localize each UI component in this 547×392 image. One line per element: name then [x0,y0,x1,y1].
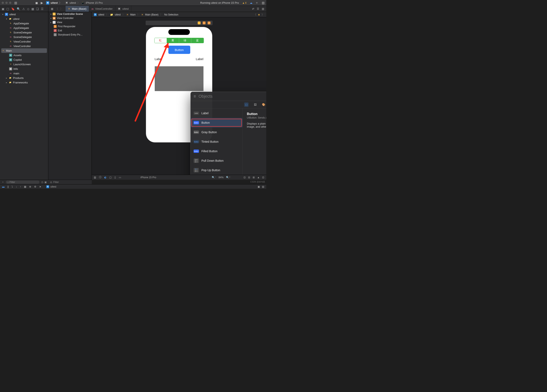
forward-icon[interactable]: 〉 [60,7,63,11]
filter-icon[interactable]: ◎ [50,181,52,184]
zoom-in-icon[interactable]: 🔍⁺ [226,176,230,179]
tab-main[interactable]: ✕ Main (Base) [66,6,89,12]
first-responder-dock-icon[interactable]: 1 [203,21,205,24]
related-items-icon[interactable]: ▦ [51,7,53,10]
orientation-icon[interactable]: ▢ [109,176,112,179]
cloud-status-icon[interactable]: ☁ [250,1,253,4]
segment[interactable]: 蓝 [191,38,204,43]
library-add-icon[interactable]: ＋ [255,1,258,5]
prev-issue-icon[interactable]: 〈 [254,13,256,17]
console-view-icon[interactable]: ▤ [262,185,264,188]
outline-row[interactable]: ▸View [48,20,91,24]
scheme-selector[interactable]: ⌘ uitest 〉 [46,1,62,5]
segment[interactable]: 绿 [179,38,191,43]
variables-view-icon[interactable]: ▣ [258,185,260,188]
find-navigator-icon[interactable]: 🔍 [17,7,20,11]
tree-row[interactable]: ▤Assets [0,53,48,57]
segment[interactable]: 黄 [167,38,179,43]
outline-row[interactable]: →Storyboard Entry Po… [48,33,91,37]
device-config-icon[interactable]: ▭ [119,176,121,179]
memory-graph-icon[interactable]: ⊕ [29,185,31,188]
env-overrides-icon[interactable]: ⚙ [34,185,36,188]
outline-row[interactable]: 1First Responder [48,24,91,28]
source-control-navigator-icon[interactable]: ▢ [7,7,9,11]
zoom-level[interactable]: 84% [219,176,224,179]
library-item-gray-button[interactable]: ButtonGray Button [191,128,243,137]
stop-button[interactable]: ◼ [35,1,38,5]
window-traffic-lights[interactable] [2,2,11,4]
objects-category-icon[interactable]: ◻ [244,102,248,107]
zoom-out-icon[interactable]: 🔍⁻ [212,176,216,179]
tree-row[interactable]: mmain [0,71,48,76]
segmented-control[interactable]: 红 黄 绿 蓝 [154,38,204,43]
tree-row[interactable]: hAppDelegate [0,21,48,26]
recent-filter-icon[interactable]: ◷ [41,181,43,184]
scm-filter-icon[interactable]: ▣ [44,181,47,184]
outline-row[interactable]: ⏎Exit [48,28,91,33]
outline-toggle-icon[interactable]: ▥ [94,176,96,179]
back-icon[interactable]: 〈 [55,7,58,11]
debug-process[interactable]: ⌘ uitest [46,185,56,188]
tree-row[interactable]: mViewController [0,44,48,48]
hide-debug-icon[interactable]: ▬ [2,185,5,188]
tree-row[interactable]: ▸📁Products [0,76,48,80]
constraints-icon-3[interactable]: ⊞ [253,176,255,179]
next-issue-icon[interactable]: 〉 [261,13,264,17]
ui-label[interactable]: Label [196,57,204,61]
report-navigator-icon[interactable]: ☰ [41,7,44,11]
add-icon[interactable]: ＋ [2,180,4,184]
debug-view-icon[interactable]: ▦ [24,185,26,188]
run-button[interactable]: ▶ [41,1,43,5]
add-editor-icon[interactable]: ▥ [262,7,264,10]
filter-placeholder[interactable]: Filter [53,181,90,184]
constraints-icon-1[interactable]: ⊡ [244,176,246,179]
bookmark-navigator-icon[interactable]: 🔖 [11,7,15,11]
pause-icon[interactable]: ‖ [7,185,9,188]
library-item-filled-button[interactable]: ButtonFilled Button [191,146,243,156]
ui-view[interactable] [155,66,204,91]
tree-row-selected[interactable]: ✕Main [1,48,47,53]
tree-row[interactable]: ▾📁uitest [0,17,48,21]
crumb-item[interactable]: uitest [98,13,104,16]
library-item-pulldown[interactable]: ButtonItem 1Item 2Pull Down Button [191,156,243,165]
simulate-location-icon[interactable]: ➤ [39,185,41,188]
step-out-icon[interactable]: ↑ [20,185,21,188]
ui-label[interactable]: Label [155,57,162,61]
tree-row[interactable]: hSceneDelegate [0,30,48,35]
adjust-editor-icon[interactable]: ☰ [257,7,259,10]
vc-dock-icon[interactable] [198,21,201,24]
interface-builder-canvas[interactable]: ⌘ uitest〉 📁 uitest〉 ✕ Main〉 ✕ Main (Base… [92,12,266,180]
tree-row[interactable]: hViewController [0,39,48,44]
tab-viewcontroller[interactable]: m ViewController [89,6,115,12]
tree-row[interactable]: ✕LaunchScreen [0,62,48,67]
constraints-icon-2[interactable]: ⊟ [248,176,250,179]
crumb-item[interactable]: Main (Base) [145,13,158,16]
step-over-icon[interactable]: ⤵ [12,185,13,188]
library-item-popup[interactable]: Item 1Item 1Item 2Pop Up Button [191,165,243,175]
scene-dock[interactable]: 1 ⏎ [146,21,212,25]
inspectors-toggle-icon[interactable]: ▥ [262,1,265,5]
appearance-icon[interactable]: ◐ [104,176,106,179]
issue-navigator-icon[interactable]: ⚠ [22,7,25,11]
minimap-toggle-icon[interactable]: ⇄ [252,7,254,10]
media-category-icon[interactable]: 🖼 [254,103,257,106]
project-filter-input[interactable]: ⌕ Filter [6,181,40,184]
run-destination[interactable]: ⌘ uitest 〉 📱 iPhone 15 Pro [65,1,103,5]
segment[interactable]: 红 [155,38,167,43]
library-item-tinted-button[interactable]: ButtonTinted Button [191,137,243,146]
filter-icon[interactable]: ☰ [194,95,196,98]
project-navigator-icon[interactable]: ▣ [2,7,4,11]
tree-row[interactable]: mAppDelegate [0,26,48,30]
tree-row[interactable]: ▤Copilot [0,57,48,62]
editor-nav-controls[interactable]: ▦ 〈 〉 [48,6,66,12]
breakpoint-navigator-icon[interactable]: ❏ [36,7,39,11]
constraints-icon-4[interactable]: ▲ [257,176,260,179]
device-selector[interactable]: iPhone 15 Pro [140,176,156,179]
outline-row[interactable]: ▾◉View Controller [48,16,91,20]
tree-row[interactable]: ▾⌘uitest [0,12,48,17]
color-category-icon[interactable]: 🎨 [262,103,265,106]
crumb-item[interactable]: Main [130,13,136,16]
jump-bar[interactable]: ⌘ uitest〉 📁 uitest〉 ✕ Main〉 ✕ Main (Base… [92,12,266,17]
sidebar-toggle-icon[interactable]: ▥ [14,1,17,5]
library-item-label[interactable]: LabelLabel [191,108,243,118]
